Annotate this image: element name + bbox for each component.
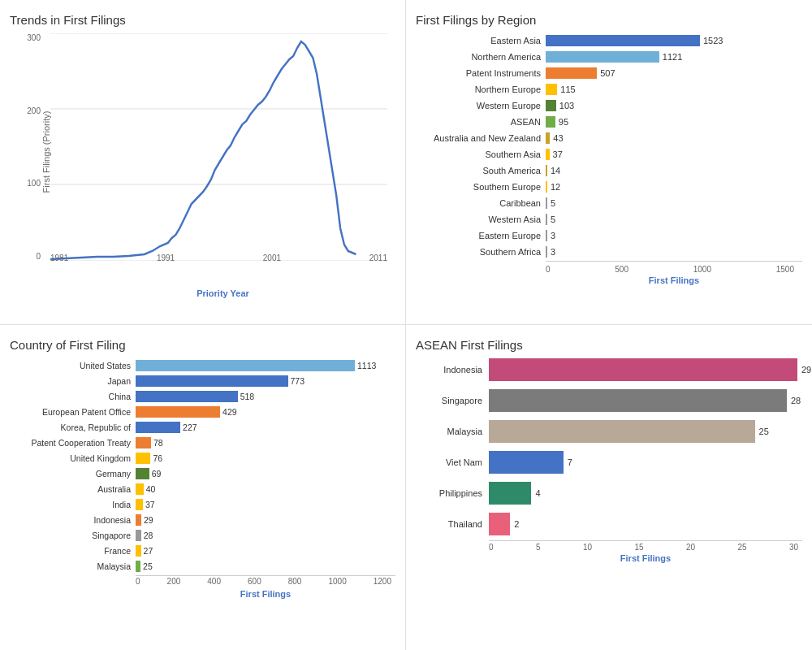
asean-row-label: Singapore bbox=[416, 396, 489, 405]
country-bar bbox=[136, 375, 288, 387]
country-label: Korea, Republic of bbox=[10, 422, 136, 432]
region-value: 95 bbox=[559, 117, 568, 127]
region-bar bbox=[546, 197, 547, 209]
region-row: Eastern Asia1523 bbox=[416, 33, 802, 48]
country-label: European Patent Office bbox=[10, 407, 136, 417]
country-label: Japan bbox=[10, 376, 136, 386]
region-bar-container: 3 bbox=[546, 246, 802, 258]
region-bar-container: 95 bbox=[546, 116, 802, 128]
region-x-label: First Filings bbox=[546, 275, 802, 285]
region-bar bbox=[546, 230, 547, 241]
asean-row: Thailand2 bbox=[416, 513, 802, 535]
country-value: 69 bbox=[152, 469, 162, 479]
region-bar-container: 37 bbox=[546, 149, 802, 160]
region-value: 12 bbox=[551, 182, 560, 192]
region-bar bbox=[546, 246, 547, 258]
asean-value: 4 bbox=[535, 488, 540, 498]
asean-row-label: Viet Nam bbox=[416, 457, 489, 467]
country-row: Australia40 bbox=[10, 482, 395, 496]
region-row-label: Southern Africa bbox=[416, 247, 546, 257]
region-x-axis-line bbox=[546, 261, 802, 262]
asean-bar-container: 25 bbox=[489, 420, 802, 443]
country-bar-container: 29 bbox=[136, 514, 395, 526]
country-bar-container: 429 bbox=[136, 406, 395, 418]
country-bar bbox=[136, 391, 238, 402]
asean-row-label: Philippines bbox=[416, 488, 489, 498]
country-bar-container: 1113 bbox=[136, 360, 395, 371]
region-row: Australia and New Zealand43 bbox=[416, 131, 802, 145]
asean-bar-container: 4 bbox=[489, 482, 802, 505]
region-bar bbox=[546, 100, 556, 111]
country-value: 37 bbox=[145, 500, 155, 509]
region-title: First Filings by Region bbox=[416, 13, 802, 27]
country-value: 773 bbox=[291, 376, 305, 386]
region-bar-container: 12 bbox=[546, 181, 802, 193]
asean-bar-container: 7 bbox=[489, 451, 802, 474]
region-bar bbox=[546, 67, 597, 79]
region-x-ticks: 0 500 1000 1500 bbox=[546, 265, 802, 274]
asean-value: 28 bbox=[791, 396, 801, 405]
region-bar-container: 3 bbox=[546, 230, 802, 241]
country-value: 40 bbox=[146, 484, 156, 494]
y-tick-200: 200 bbox=[27, 106, 41, 115]
country-bar-container: 40 bbox=[136, 483, 395, 495]
asean-title: ASEAN First Filings bbox=[416, 338, 802, 352]
asean-bar bbox=[489, 389, 787, 412]
country-value: 429 bbox=[222, 407, 237, 417]
region-value: 115 bbox=[560, 84, 575, 94]
country-value: 518 bbox=[240, 392, 255, 401]
asean-row: Indonesia29 bbox=[416, 358, 802, 381]
region-row-label: Northern Europe bbox=[416, 84, 546, 94]
region-row: Southern Asia37 bbox=[416, 147, 802, 162]
region-bar-container: 5 bbox=[546, 214, 802, 225]
asean-value: 25 bbox=[759, 427, 769, 436]
country-label: United Kingdom bbox=[10, 453, 136, 463]
region-row-label: Australia and New Zealand bbox=[416, 133, 546, 143]
country-label: United States bbox=[10, 361, 136, 370]
region-bar bbox=[546, 181, 547, 193]
country-bar bbox=[136, 437, 151, 448]
country-label: China bbox=[10, 392, 136, 401]
region-value: 5 bbox=[551, 214, 555, 224]
region-bar-container: 14 bbox=[546, 165, 802, 176]
country-label: Singapore bbox=[10, 531, 136, 540]
asean-panel: ASEAN First Filings Indonesia29Singapore… bbox=[406, 325, 812, 650]
country-row: China518 bbox=[10, 389, 395, 404]
asean-bar-container: 2 bbox=[489, 513, 802, 535]
country-bar bbox=[136, 360, 355, 371]
region-bar bbox=[546, 35, 700, 46]
region-row-label: Caribbean bbox=[416, 198, 546, 208]
region-bar bbox=[546, 165, 547, 176]
region-row-label: Western Europe bbox=[416, 101, 546, 110]
region-row-label: Patent Instruments bbox=[416, 68, 546, 78]
y-tick-0: 0 bbox=[36, 252, 41, 261]
country-bar bbox=[136, 453, 150, 464]
region-row: Southern Europe12 bbox=[416, 180, 802, 194]
region-value: 103 bbox=[559, 101, 574, 110]
country-label: India bbox=[10, 500, 136, 509]
asean-row: Viet Nam7 bbox=[416, 451, 802, 474]
country-row: United States1113 bbox=[10, 358, 395, 373]
asean-bar bbox=[489, 482, 531, 505]
country-bar bbox=[136, 530, 141, 541]
region-row-label: Northern America bbox=[416, 52, 546, 62]
region-row-label: Southern Asia bbox=[416, 150, 546, 159]
country-row: Germany69 bbox=[10, 466, 395, 481]
dashboard: Trends in First Filings 300 200 100 0 Fi… bbox=[0, 0, 812, 650]
region-value: 37 bbox=[553, 150, 563, 159]
region-chart[interactable]: Eastern Asia1523Northern America1121Pate… bbox=[416, 33, 802, 259]
region-bar bbox=[546, 132, 550, 144]
x-axis-ticks: 1981 1991 2001 2011 bbox=[50, 254, 387, 262]
country-label: Malaysia bbox=[10, 561, 136, 571]
asean-bar-container: 28 bbox=[489, 389, 802, 412]
trends-x-label: Priority Year bbox=[50, 288, 395, 298]
region-row: Northern America1121 bbox=[416, 50, 802, 64]
country-bar-container: 76 bbox=[136, 453, 395, 464]
country-bar-container: 69 bbox=[136, 468, 395, 479]
country-bar-container: 25 bbox=[136, 561, 395, 572]
region-row: Western Europe103 bbox=[416, 98, 802, 113]
region-bar-container: 43 bbox=[546, 132, 802, 144]
region-bar bbox=[546, 84, 557, 95]
region-bar bbox=[546, 116, 555, 128]
region-panel: First Filings by Region Eastern Asia1523… bbox=[406, 0, 812, 325]
